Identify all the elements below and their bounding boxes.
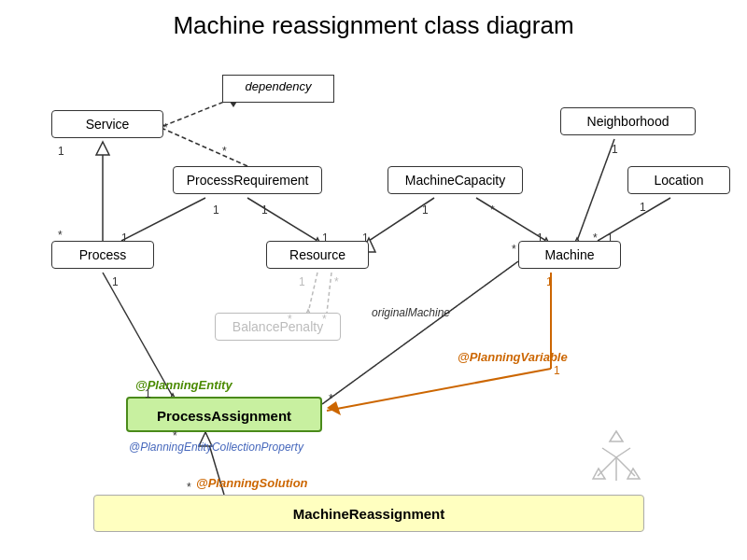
svg-line-21	[327, 369, 551, 411]
label-bp-3: *	[288, 313, 292, 326]
svg-marker-32	[627, 469, 640, 479]
label-res-1: 1	[322, 231, 329, 245]
label-orange-1: 1	[546, 275, 553, 288]
svg-line-30	[616, 448, 630, 457]
planning-entity-collection-label: @PlanningEntityCollectionProperty	[129, 441, 303, 454]
label-pr-proc-1: 1	[213, 203, 219, 217]
label-service-star: *	[163, 121, 168, 134]
label-res-2: 1	[362, 231, 369, 245]
label-bp-1: 1	[299, 275, 305, 288]
label-orange-2: 1	[554, 364, 560, 377]
svg-marker-31	[593, 469, 605, 479]
label-mc-1: 1	[422, 203, 429, 217]
svg-line-12	[577, 139, 614, 241]
resource-box: Resource	[266, 241, 369, 269]
machine-capacity-box: MachineCapacity	[388, 166, 523, 194]
label-mach-2: 1	[607, 231, 613, 245]
label-proc-2: 1	[112, 275, 119, 288]
label-mr-1: *	[187, 481, 191, 494]
svg-line-10	[476, 198, 546, 241]
svg-marker-33	[610, 431, 623, 441]
neighborhood-box: Neighborhood	[560, 107, 696, 135]
svg-line-4	[163, 129, 247, 166]
process-requirement-box: ProcessRequirement	[173, 166, 322, 194]
label-bp-2: *	[334, 275, 339, 288]
planning-entity-label: @PlanningEntity	[135, 378, 233, 392]
original-machine-label: originalMachine	[372, 306, 450, 319]
svg-line-23	[322, 261, 518, 404]
label-mach-3: *	[512, 243, 516, 256]
svg-line-5	[247, 198, 317, 241]
svg-line-26	[598, 457, 616, 476]
label-pr-star: *	[222, 145, 227, 158]
location-box: Location	[627, 166, 730, 194]
machine-box: Machine	[518, 241, 621, 269]
label-process-star: *	[58, 229, 63, 242]
label-mc-2: *	[490, 203, 495, 217]
machine-reassignment-box: MachineReassignment	[93, 495, 644, 532]
label-mach-1: 1	[537, 231, 543, 245]
label-loc-1: 1	[640, 201, 646, 214]
label-pr-1: 1	[261, 203, 268, 217]
label-orig-star: *	[329, 392, 333, 405]
svg-line-7	[121, 198, 205, 241]
label-mach-star: *	[593, 231, 598, 245]
label-bp-4: *	[322, 313, 327, 326]
planning-solution-label: @PlanningSolution	[196, 476, 308, 490]
process-box: Process	[51, 241, 154, 269]
svg-line-27	[616, 457, 635, 476]
planning-variable-label: @PlanningVariable	[458, 350, 568, 364]
service-box: Service	[51, 110, 163, 138]
diagram-title: Machine reassignment class diagram	[0, 0, 747, 40]
label-service-1: 1	[58, 145, 64, 158]
label-neighborhood-1: 1	[612, 143, 618, 156]
svg-marker-3	[96, 142, 109, 155]
process-assignment-box: ProcessAssignment	[126, 397, 322, 432]
diagram-container: Machine reassignment class diagram	[0, 0, 747, 560]
svg-line-15	[308, 273, 317, 313]
svg-line-29	[602, 448, 616, 457]
svg-line-17	[327, 273, 331, 313]
dependency-note: dependency	[222, 75, 334, 103]
label-proc-1: 1	[121, 231, 128, 245]
